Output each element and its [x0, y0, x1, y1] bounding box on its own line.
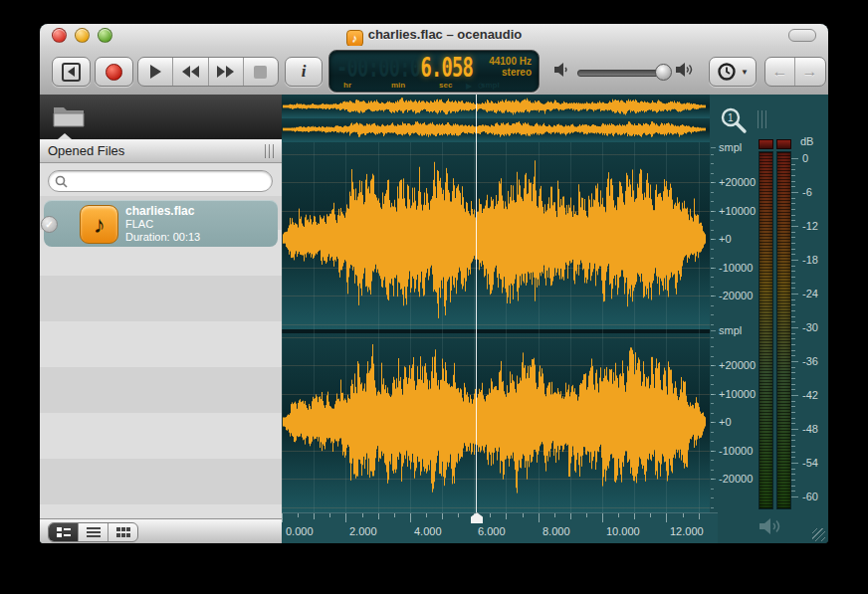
ruler-tick [282, 513, 283, 522]
panel-grip-icon[interactable] [265, 144, 276, 158]
db-tick [791, 186, 795, 187]
time-digits-dim: -00:00:0 [336, 53, 420, 83]
check-icon: ✓ [41, 216, 58, 233]
folder-icon[interactable] [52, 101, 88, 129]
ruler-tick [394, 513, 395, 517]
amplitude-label: +0 [719, 416, 732, 428]
unit-hr: hr [343, 81, 351, 90]
view-mode-list[interactable] [79, 523, 108, 541]
db-tick [791, 164, 795, 165]
overview-waveform-canvas[interactable] [282, 95, 710, 142]
db-tick [791, 192, 798, 193]
format-readout: 44100 Hz stereo [489, 56, 532, 78]
view-mode-grid[interactable] [108, 523, 137, 541]
db-tick [791, 232, 795, 233]
view-mode-detail-list[interactable] [49, 523, 79, 541]
db-tick [791, 175, 795, 176]
stop-button[interactable] [244, 58, 278, 86]
speaker-low-icon[interactable] [553, 62, 571, 78]
play-button[interactable] [138, 58, 173, 86]
amplitude-tick [711, 201, 714, 202]
view-mode-control [48, 522, 138, 542]
db-tick [791, 463, 798, 464]
ruler-tick [586, 513, 587, 517]
amplitude-label: -10000 [719, 262, 753, 274]
ruler-tick [298, 513, 299, 517]
clock-icon [717, 62, 737, 82]
rewind-button[interactable] [173, 58, 208, 86]
level-meter-right [776, 151, 791, 509]
db-tick [791, 452, 795, 453]
panel-grip-icon[interactable] [758, 110, 768, 128]
amplitude-tick [711, 384, 714, 385]
amplitude-tick [711, 337, 714, 338]
fast-forward-button[interactable] [209, 58, 244, 86]
ruler-tick [539, 513, 540, 522]
time-ruler[interactable]: 0.0002.0004.0006.0008.00010.00012.000 [282, 512, 718, 543]
db-label: -48 [802, 423, 818, 435]
ruler-tick [410, 513, 411, 522]
db-tick [791, 344, 795, 345]
volume-slider-knob[interactable] [655, 64, 672, 81]
ruler-tick [618, 513, 619, 517]
stop-icon [254, 66, 267, 79]
desktop: ♪charlies.flac – ocenaudio i [0, 0, 868, 594]
info-button[interactable]: i [285, 57, 323, 87]
amplitude-tick [711, 287, 714, 288]
ruler-tick [570, 513, 571, 519]
db-tick [791, 220, 795, 221]
db-tick [791, 316, 795, 317]
db-tick [791, 423, 795, 424]
clip-indicator-left[interactable] [759, 139, 773, 149]
amplitude-tick [711, 249, 714, 250]
ruler-tick [554, 513, 555, 517]
db-tick [791, 469, 795, 470]
playhead-line[interactable] [476, 95, 477, 512]
file-list-item-selected[interactable]: ✓ ♪ charlies.flac FLAC Duration: 00:13 [44, 200, 278, 247]
window-title: ♪charlies.flac – ocenaudio [40, 27, 828, 47]
db-tick [791, 321, 795, 322]
amplitude-tick [711, 192, 714, 193]
clip-indicator-right[interactable] [776, 139, 791, 149]
resize-grip-icon[interactable] [812, 528, 825, 541]
db-tick [791, 310, 795, 311]
monitor-speaker-icon[interactable] [758, 516, 785, 536]
ruler-tick [345, 513, 346, 522]
ruler-label: 8.000 [542, 525, 570, 537]
db-tick [791, 271, 795, 272]
db-tick [791, 304, 795, 305]
file-duration: Duration: 00:13 [125, 231, 200, 244]
ruler-label: 10.000 [606, 525, 640, 537]
amplitude-tick [711, 346, 714, 347]
amplitude-tick [711, 432, 714, 433]
back-button[interactable]: ← [765, 58, 795, 86]
amplitude-label: +20000 [719, 359, 756, 371]
transport-group [137, 57, 279, 87]
sidebar: Opened Files ✓ ♪ charlies.flac FLAC Dura… [40, 95, 282, 543]
play-icon [150, 65, 161, 79]
db-header: dB [800, 135, 813, 147]
amplitude-label: +20000 [719, 176, 756, 188]
db-tick [791, 406, 795, 407]
amplitude-label: -10000 [719, 445, 753, 457]
toolbar-toggle-pill[interactable] [788, 29, 816, 42]
db-tick [791, 327, 798, 328]
amplitude-tick [711, 489, 714, 490]
db-tick [791, 203, 795, 204]
search-icon [55, 175, 68, 188]
info-icon: i [302, 62, 307, 82]
zoom-tool-icon[interactable]: 1 [720, 106, 748, 134]
speaker-high-icon[interactable] [675, 62, 697, 78]
waveform-canvas[interactable] [282, 142, 710, 512]
ruler-tick [602, 513, 603, 522]
db-tick [791, 198, 795, 199]
go-to-start-button[interactable] [52, 57, 91, 87]
amplitude-label: +0 [719, 233, 732, 245]
history-button[interactable]: ▼ [709, 57, 757, 87]
db-tick [791, 372, 795, 373]
db-tick [791, 367, 795, 368]
search-input[interactable] [48, 170, 273, 192]
unit-sec: sec [439, 81, 452, 90]
record-button[interactable] [95, 57, 133, 87]
forward-button[interactable]: → [795, 58, 824, 86]
